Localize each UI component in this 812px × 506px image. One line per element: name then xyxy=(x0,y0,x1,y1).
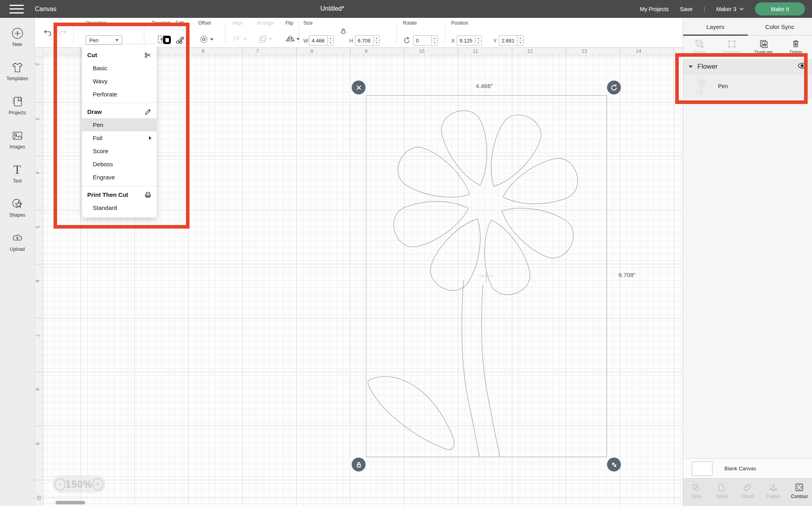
rotate-input[interactable] xyxy=(413,35,431,46)
selection-center-crosshair xyxy=(479,269,494,283)
layer-actions-row: Group UnGroup Duplicate Delete xyxy=(683,36,812,60)
layer-group-flower[interactable]: Flower xyxy=(683,60,812,74)
sidebar-item-text[interactable]: T Text xyxy=(0,163,35,197)
scissors-icon xyxy=(144,52,151,59)
menu-item-basic[interactable]: Basic xyxy=(82,62,157,75)
tab-color-sync[interactable]: Color Sync xyxy=(748,18,812,35)
rotate-selection-handle[interactable] xyxy=(607,81,621,94)
group-name: Flower xyxy=(697,63,718,71)
height-field[interactable]: ▲▼ xyxy=(355,35,380,46)
resize-selection-handle[interactable] xyxy=(607,458,621,471)
width-field[interactable]: ▲▼ xyxy=(309,35,334,46)
slice-button[interactable]: Slice xyxy=(683,479,709,506)
star-icon xyxy=(11,197,24,211)
menu-item-wavy[interactable]: Wavy xyxy=(82,75,157,88)
slice-icon xyxy=(691,483,701,492)
rotate-field[interactable]: ▲▼ xyxy=(413,35,438,46)
zoom-out-button[interactable]: − xyxy=(55,478,65,491)
sidebar-item-new[interactable]: New xyxy=(0,27,35,61)
remove-selection-handle[interactable] xyxy=(352,81,366,94)
layer-name: Pen xyxy=(718,83,728,89)
flip-button[interactable] xyxy=(285,35,300,43)
delete-button[interactable]: Delete xyxy=(780,36,812,59)
layer-item-pen[interactable]: Pen xyxy=(683,74,812,98)
selection-width-label: 4.466" xyxy=(476,83,493,89)
notebook-icon xyxy=(11,95,24,108)
menu-item-pen[interactable]: Pen xyxy=(82,118,157,131)
menu-header-draw: Draw xyxy=(82,105,157,118)
x-stepper[interactable]: ▲▼ xyxy=(475,35,482,46)
menu-item-perforate[interactable]: Perforate xyxy=(82,88,157,101)
attach-button[interactable]: Attach xyxy=(735,479,760,506)
arrange-caret-icon xyxy=(269,38,272,40)
zoom-level: 150% xyxy=(65,479,92,490)
sidebar-item-projects[interactable]: Projects xyxy=(0,95,35,129)
height-input[interactable] xyxy=(355,35,373,46)
make-it-button[interactable]: Make It xyxy=(755,2,805,15)
redo-button[interactable] xyxy=(58,28,67,38)
group-button[interactable]: Group xyxy=(683,36,715,59)
menu-item-deboss[interactable]: Deboss xyxy=(82,158,157,171)
visibility-eye-icon[interactable] xyxy=(798,63,806,70)
toolbar-divider xyxy=(144,22,144,44)
group-icon xyxy=(695,39,704,48)
contour-button[interactable]: Contour xyxy=(787,479,812,506)
aspect-lock-icon[interactable] xyxy=(340,27,347,35)
flatten-icon xyxy=(769,483,778,492)
rotate-stepper[interactable]: ▲▼ xyxy=(431,35,438,46)
sidebar-item-upload[interactable]: Upload xyxy=(0,231,35,266)
collapse-caret-icon[interactable] xyxy=(689,65,693,68)
x-letter: X xyxy=(451,38,455,44)
operation-select[interactable]: Pen xyxy=(86,35,122,45)
contour-icon xyxy=(795,483,804,492)
y-field[interactable]: ▲▼ xyxy=(499,35,524,46)
menu-item-standard[interactable]: Standard xyxy=(82,201,157,214)
menu-item-engrave[interactable]: Engrave xyxy=(82,171,157,184)
document-title[interactable]: Untitled* xyxy=(320,5,344,12)
canvas-color-swatch[interactable] xyxy=(692,462,712,476)
y-stepper[interactable]: ▲▼ xyxy=(517,35,524,46)
y-letter: Y xyxy=(493,38,497,44)
horizontal-scrollbar[interactable] xyxy=(56,501,85,504)
blank-canvas-label: Blank Canvas xyxy=(724,466,756,471)
offset-button[interactable] xyxy=(199,35,213,44)
offset-label: Offset xyxy=(198,20,211,26)
rotate-arrow-icon xyxy=(610,84,618,92)
cloud-upload-icon xyxy=(11,231,24,245)
width-stepper[interactable]: ▲▼ xyxy=(327,35,334,46)
flatten-button[interactable]: Flatten xyxy=(761,479,787,506)
menu-header-print-then-cut: Print Then Cut xyxy=(82,188,157,201)
tab-layers[interactable]: Layers xyxy=(683,18,748,35)
ungroup-button[interactable]: UnGroup xyxy=(715,36,747,59)
flip-label: Flip xyxy=(285,20,293,26)
lock-selection-handle[interactable] xyxy=(352,458,366,471)
weld-button[interactable]: Weld xyxy=(709,479,735,506)
undo-button[interactable] xyxy=(43,28,52,38)
deselect-button[interactable] xyxy=(157,35,167,44)
x-field[interactable]: ▲▼ xyxy=(457,35,482,46)
sidebar-item-images[interactable]: Images xyxy=(0,129,35,163)
arrange-button[interactable] xyxy=(259,35,272,43)
align-caret-icon xyxy=(243,38,247,40)
weld-icon xyxy=(717,483,727,492)
save-link[interactable]: Save xyxy=(680,6,693,12)
my-projects-link[interactable]: My Projects xyxy=(640,6,669,12)
image-icon xyxy=(11,129,24,142)
edit-button[interactable] xyxy=(176,35,190,44)
zoom-in-button[interactable]: + xyxy=(92,478,103,491)
sidebar-item-shapes[interactable]: Shapes xyxy=(0,197,35,231)
x-input[interactable] xyxy=(457,35,475,46)
hamburger-menu-icon[interactable] xyxy=(10,5,24,13)
y-input[interactable] xyxy=(499,35,517,46)
width-input[interactable] xyxy=(309,35,327,46)
align-button[interactable] xyxy=(233,35,247,42)
machine-select[interactable]: Maker 3 xyxy=(716,6,744,12)
layers-panel: Layers Color Sync Group UnGroup Duplicat… xyxy=(683,18,812,506)
menu-item-score[interactable]: Score xyxy=(82,144,157,158)
plus-circle-icon xyxy=(11,27,24,40)
combine-actions-bar: Slice Weld Attach Flatten Contour xyxy=(683,478,812,506)
duplicate-button[interactable]: Duplicate xyxy=(748,36,780,59)
height-stepper[interactable]: ▲▼ xyxy=(373,35,380,46)
menu-item-foil[interactable]: Foil xyxy=(82,131,157,144)
sidebar-item-templates[interactable]: Templates xyxy=(0,61,35,95)
